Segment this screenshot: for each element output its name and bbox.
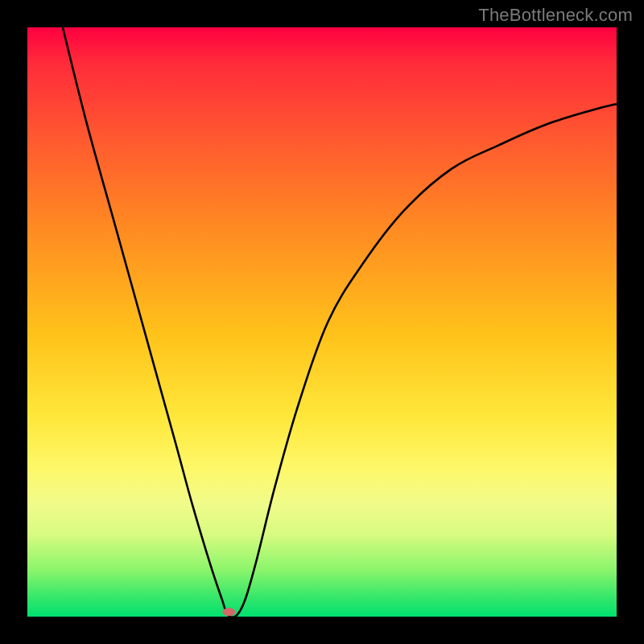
chart-svg [27,27,617,617]
min-marker [222,608,235,616]
plot-area [27,27,617,617]
curve [63,27,617,617]
chart-frame: TheBottleneck.com [0,0,644,644]
watermark-text: TheBottleneck.com [478,5,633,26]
